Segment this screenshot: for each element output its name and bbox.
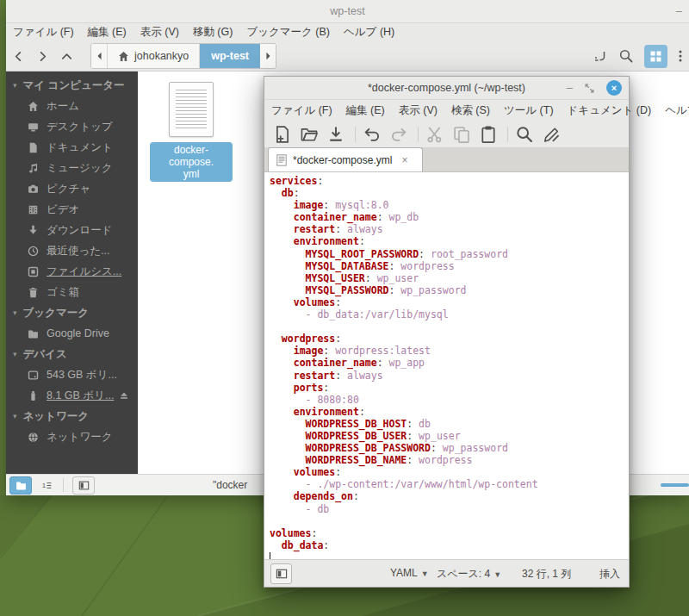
- code-line: db_data:: [270, 539, 629, 551]
- zoom-slider[interactable]: [661, 483, 689, 487]
- language-label: YAML: [390, 567, 418, 579]
- sidebar-section-3[interactable]: ▾ネットワーク: [6, 406, 138, 426]
- side-pane-toggle-button[interactable]: [270, 563, 292, 584]
- editor-menu-item-3[interactable]: 検索 (S): [451, 103, 490, 118]
- back-button[interactable]: [6, 45, 30, 67]
- sidebar-item[interactable]: デスクトップ: [6, 116, 138, 137]
- breadcrumb-current-button[interactable]: wp-test: [200, 44, 260, 68]
- code-line: depends_on:: [270, 490, 629, 502]
- editor-menubar: ファイル (F)編集 (E)表示 (V)検索 (S)ツール (T)ドキュメント …: [264, 100, 629, 121]
- sidebar-item[interactable]: ダウンロード: [6, 220, 138, 240]
- new-document-button[interactable]: [273, 125, 292, 144]
- editor-menu-item-4[interactable]: ツール (T): [504, 103, 554, 118]
- camera-icon: [28, 184, 39, 195]
- sidebar-item[interactable]: 最近使った...: [6, 240, 138, 261]
- forward-button[interactable]: [30, 45, 54, 67]
- editor-titlebar[interactable]: *docker-compose.yml (~/wp-test) – ×: [264, 77, 629, 100]
- cursor-position: 32 行, 1 列: [522, 567, 571, 582]
- file-item-docker-compose[interactable]: docker-compose. yml: [150, 82, 233, 182]
- editor-minimize-button[interactable]: –: [567, 84, 573, 92]
- toolbar-separator: [507, 127, 508, 142]
- breadcrumb-scroll-right-button[interactable]: [260, 44, 276, 68]
- show-places-button[interactable]: [9, 476, 32, 495]
- toolbar-separator: [355, 127, 356, 142]
- editor-menu-item-1[interactable]: 編集 (E): [346, 103, 385, 118]
- sidebar-section-0[interactable]: ▾マイ コンピューター: [6, 75, 138, 96]
- editor-menu-item-2[interactable]: 表示 (V): [399, 103, 438, 118]
- language-selector[interactable]: YAML▼: [390, 567, 429, 579]
- clock-icon: [28, 246, 39, 257]
- open-button[interactable]: [300, 125, 319, 144]
- sidebar-item[interactable]: ピクチャ: [6, 178, 138, 199]
- insert-mode: 挿入: [599, 567, 620, 582]
- sidebar-item-label: 8.1 GB ボリ...: [47, 389, 114, 403]
- disk-icon: [28, 370, 39, 381]
- chevron-left-icon: [12, 50, 25, 63]
- document-icon: [28, 142, 39, 153]
- sidebar-item[interactable]: ネットワーク: [6, 426, 138, 447]
- treeview-icon: 1: [41, 480, 53, 491]
- sidebar-item[interactable]: ファイルシス...: [6, 261, 138, 282]
- sidebar-section-1[interactable]: ▾ブックマーク: [6, 302, 138, 323]
- fm-titlebar[interactable]: wp-test –: [6, 0, 689, 23]
- sidebar-item[interactable]: Google Drive: [6, 323, 138, 344]
- text-file-icon: [169, 82, 214, 137]
- editor-menu-item-5[interactable]: ドキュメント (D): [568, 103, 652, 118]
- fm-menu-item-5[interactable]: ヘルプ (H): [344, 25, 394, 40]
- editor-menu-item-0[interactable]: ファイル (F): [271, 103, 332, 118]
- editor-close-button[interactable]: ×: [606, 80, 622, 96]
- sidebar-item[interactable]: 8.1 GB ボリ...: [6, 385, 138, 406]
- editor-menu-item-6[interactable]: ヘルプ (H): [665, 103, 689, 118]
- code-line: [270, 551, 629, 559]
- undo-button[interactable]: [363, 125, 382, 144]
- editor-maximize-button[interactable]: [584, 83, 595, 94]
- fm-menu-item-4[interactable]: ブックマーク (B): [246, 25, 330, 40]
- eject-icon[interactable]: [119, 390, 129, 401]
- sidebar-section-2[interactable]: ▾デバイス: [6, 344, 138, 364]
- triangle-right-icon: [265, 52, 271, 60]
- fm-menu-item-3[interactable]: 移動 (G): [193, 25, 233, 40]
- tab-close-icon[interactable]: ×: [401, 154, 407, 166]
- toggle-location-entry-button[interactable]: [593, 48, 608, 64]
- sidebar-item-label: Google Drive: [47, 327, 109, 339]
- show-treeview-button[interactable]: 1: [35, 476, 58, 495]
- sidebar-item-label: ファイルシス...: [47, 264, 121, 279]
- find-button[interactable]: [515, 125, 534, 144]
- fm-menu-item-2[interactable]: 表示 (V): [140, 25, 179, 40]
- icon-view-button[interactable]: [644, 45, 667, 68]
- sidebar-item[interactable]: ゴミ箱: [6, 282, 138, 302]
- fm-menu-item-0[interactable]: ファイル (F): [13, 25, 74, 40]
- sidebar-item-label: ピクチャ: [47, 182, 90, 196]
- up-button[interactable]: [54, 45, 78, 67]
- chevron-up-icon: [60, 50, 73, 63]
- toggle-sidebar-button[interactable]: [72, 476, 95, 495]
- sidebar-item[interactable]: ホーム: [6, 96, 138, 116]
- sidebar-item[interactable]: ドキュメント: [6, 137, 138, 158]
- desktop-icon: [28, 121, 39, 133]
- home-icon: [28, 101, 39, 112]
- sidebar-item-label: ゴミ箱: [47, 285, 79, 300]
- replace-button[interactable]: [542, 125, 561, 144]
- save-button[interactable]: [326, 125, 345, 144]
- breadcrumb-scroll-left-button[interactable]: [91, 44, 107, 68]
- expander-icon: ▾: [13, 308, 17, 317]
- tab-width-label: スペース: 4: [437, 568, 490, 580]
- editor-text-area[interactable]: services: db: image: mysql:8.0 container…: [264, 172, 629, 559]
- file-label: docker-compose. yml: [150, 142, 233, 182]
- breadcrumb: johokankyo wp-test: [90, 43, 276, 69]
- fm-menu-item-1[interactable]: 編集 (E): [88, 25, 127, 40]
- paste-button[interactable]: [479, 125, 498, 144]
- search-button[interactable]: [618, 48, 634, 64]
- chevron-right-icon: [36, 50, 49, 63]
- sidebar-item[interactable]: 543 GB ボリ...: [6, 364, 138, 385]
- code-line: - 8080:80: [270, 394, 629, 406]
- tab-width-selector[interactable]: スペース: 4▼: [437, 567, 501, 582]
- minimize-button[interactable]: –: [676, 7, 682, 16]
- breadcrumb-home-button[interactable]: johokankyo: [107, 44, 200, 68]
- tab-docker-compose[interactable]: *docker-compose.yml ×: [268, 147, 423, 171]
- sidebar-item[interactable]: ミュージック: [6, 158, 138, 178]
- filesystem-icon: [28, 266, 39, 277]
- list-view-button[interactable]: [678, 48, 684, 64]
- sidebar-item[interactable]: ビデオ: [6, 199, 138, 220]
- code-line: WORDPRESS_DB_HOST: db: [270, 418, 629, 430]
